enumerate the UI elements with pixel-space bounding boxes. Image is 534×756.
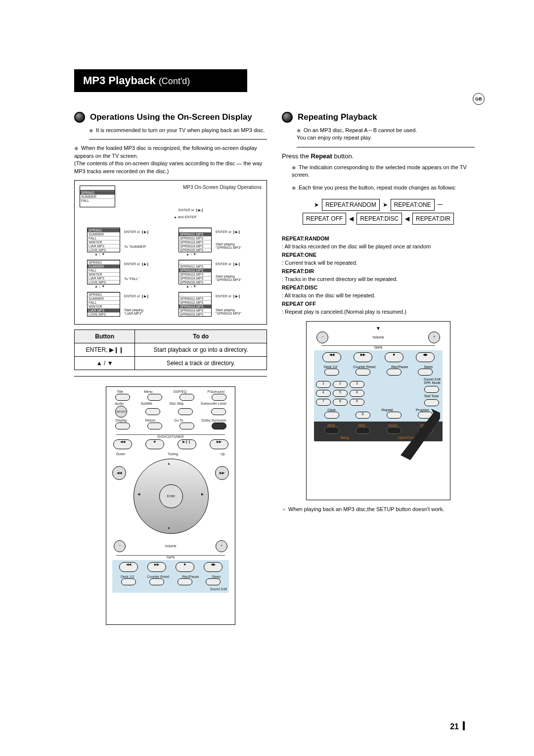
updown-icon: ▲ ↕ ▼ (186, 252, 196, 256)
num-4: 4 (316, 390, 331, 397)
diamond-icon: ◆ (292, 164, 296, 170)
left-column: Operations Using the On-Screen Display ◆… (74, 107, 267, 625)
button-table: Button To do ENTER, ▶❙❙ Start playback o… (74, 330, 267, 370)
table-row: ▲ / ▼ Select a track or directory. (75, 356, 267, 370)
page-title: MP3 Playback (83, 74, 156, 87)
remote-illustration-large: Title Menu DSP/EQ P.Surround Audio Subti… (106, 386, 235, 625)
num-5: 5 (333, 390, 348, 397)
nav-and-enter: ▲ and ENTER (174, 215, 196, 219)
sound-edit-label: Sound Edit (114, 587, 227, 591)
updown-icon: ▲ ↕ ▼ (94, 252, 105, 256)
num-1: 1 (316, 381, 331, 388)
note-indication: ◆The indication corresponding to the sel… (292, 164, 475, 179)
volume-label: Volume (372, 335, 384, 339)
num-3: 3 (350, 381, 364, 388)
track-list: .. SPRING1.MP3 SPRING2.MP3 SPRING3.MP3 S… (178, 260, 212, 284)
num-6: 6 (350, 390, 364, 397)
osd-diagram: MP3 On-Screen Display Operations SPRING … (74, 180, 267, 325)
callout-arrow (396, 406, 440, 460)
forward-button: ▶▶ (215, 466, 229, 480)
step-press-repeat: Press the Repeat button. (282, 152, 475, 160)
section-heading-text: Operations Using the On-Screen Display (90, 112, 252, 122)
flow-repeat-dir: REPEAT:DIR (412, 213, 454, 225)
num-8: 8 (333, 399, 348, 406)
start-playing-4: Start playing "SPRING3.MP3" (216, 308, 241, 315)
page-title-bar: MP3 Playback (Cont'd) (74, 69, 247, 92)
flow-repeat-random: REPEAT:RANDOM (322, 199, 379, 211)
footnote-setup: ➢When playing back an MP3 disc,the SETUP… (282, 506, 475, 513)
folder-list: SPRING SUMMER FALL WINTER LIAR.MP3 LOVE.… (87, 260, 120, 284)
note-tv-on: ◆It is recommended to turn on your TV wh… (89, 127, 267, 134)
right-column: Repeating Playback ◆On an MP3 disc, Repe… (282, 107, 475, 625)
tape-controls-zone: ◀◀ ▶▶ ■ ◀▶ Deck 1/2 Counter Reset Rec/Pa… (112, 560, 229, 593)
svg-marker-0 (400, 411, 440, 460)
to-summer: To "SUMMER" (124, 245, 146, 248)
remote-button (212, 423, 226, 429)
section-heading-repeat: Repeating Playback (282, 112, 475, 123)
flow-repeat-off: REPEAT OFF (303, 213, 346, 225)
flow-repeat-one: REPEAT:ONE (391, 199, 435, 211)
num-2: 2 (333, 381, 348, 388)
gb-badge: GB (473, 93, 485, 105)
diamond-icon: ◆ (297, 127, 301, 133)
note-each-press: ◆Each time you press the button, repeat … (292, 184, 475, 191)
num-7: 7 (316, 399, 331, 406)
remote-button (115, 394, 130, 401)
bullet-icon (74, 112, 85, 123)
enter-label: ENTER or ❙▶❙ (216, 294, 241, 298)
folder-list: SPRING SUMMER FALL WINTER LIAR.MP3 LOVE.… (87, 228, 120, 252)
enter-label: ENTER or ❙▶❙ (216, 262, 241, 266)
section-heading-osd: Operations Using the On-Screen Display (74, 112, 267, 123)
repeat-mode-flow: ➤ REPEAT:RANDOM ➤ REPEAT:ONE REPEAT OFF … (282, 199, 475, 225)
updown-icon: ▲ ↕ ▼ (186, 284, 196, 288)
arrow-icon: ➤ (314, 201, 319, 208)
col-todo: To do (135, 330, 267, 343)
remote-button (115, 423, 130, 429)
table-row: ENTER, ▶❙❙ Start playback or go into a d… (75, 343, 267, 356)
enter-label: ENTER or ❙▶❙ (124, 230, 149, 234)
remote-button (178, 408, 193, 415)
remote-button (147, 394, 162, 401)
remote-button (145, 408, 160, 415)
start-playing-1: Start playing "SPRING1.MP3" (216, 242, 241, 249)
num-0: 0 (356, 412, 370, 419)
diamond-icon: ◆ (292, 185, 296, 190)
volume-label: Volume (165, 544, 176, 548)
repeat-definitions: REPEAT:RANDOM: All tracks recorded on th… (282, 235, 475, 316)
bullet-icon (282, 112, 293, 123)
diagram-title: MP3 On-Screen Display Operations (183, 185, 262, 190)
track-list: .. SPRING1.MP3 SPRING2.MP3 SPRING3.MP3 S… (178, 292, 212, 317)
start-playing-2: Start playing "SPRING2.MP3" (216, 275, 241, 282)
col-button: Button (75, 330, 135, 343)
start-playing-3: Start playing "LIAR.MP3" (124, 308, 143, 315)
remote-button (147, 423, 162, 429)
most-button: MO/ST (115, 406, 127, 418)
enter-label: ENTER or ❙▶❙ (124, 294, 149, 298)
section-heading-text: Repeating Playback (298, 112, 377, 122)
track-list: .. SPRING1.MP3 SPRING2.MP3 SPRING3.MP3 S… (178, 228, 212, 252)
folder-list: SPRING SUMMER FALL WINTER LIAR.MP3 LOVE.… (87, 292, 120, 317)
remote-illustration-small: ▼ − Volume + TAPE ◀◀ ▶▶ ■ ◀▶ Deck 1/2 (306, 321, 450, 500)
remote-button (212, 394, 226, 401)
tape-label: TAPE (321, 345, 435, 349)
table-header-row: Button To do (75, 330, 267, 343)
to-fall: To "FALL" (124, 277, 139, 281)
enter-button: Enter (159, 484, 183, 508)
tape-label: TAPE (116, 555, 225, 559)
flow-repeat-disc: REPEAT:DISC (356, 213, 402, 225)
osd-panel: SPRING SUMMER FALL (80, 186, 115, 207)
diamond-icon: ◆ (89, 127, 93, 133)
num-9: 9 (350, 399, 364, 406)
triangle-icon: ➢ (282, 506, 286, 512)
remote-button (211, 408, 226, 415)
dvd-cd-tuner-label: DVD/CD/TUNER (116, 434, 225, 438)
remote-button (179, 394, 194, 401)
enter-label: ENTER or ❙▶❙ (216, 230, 241, 234)
manual-page: GB MP3 Playback (Cont'd) Operations Usin… (0, 0, 534, 756)
note-disc-recognized: ◆When the loaded MP3 disc is recognized,… (74, 144, 267, 175)
note-repeat-ab: ◆On an MP3 disc, Repeat A↔B cannot be us… (297, 127, 475, 142)
arrow-icon: ➤ (383, 201, 388, 208)
page-number: 21 (450, 721, 465, 731)
enter-label: ENTER or ❙▶❙ (178, 208, 204, 212)
remote-button (179, 423, 194, 429)
